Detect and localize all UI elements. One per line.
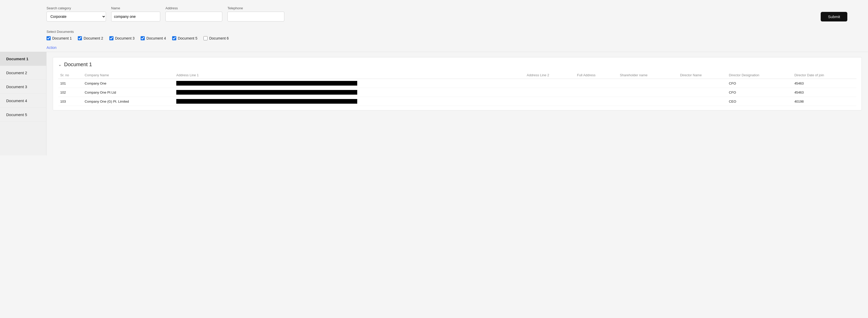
col-address2: Address Line 2 <box>525 72 575 79</box>
doc4-label: Document 4 <box>146 36 166 40</box>
sidebar-item-doc5[interactable]: Document 5 <box>0 108 46 122</box>
name-label: Name <box>111 6 160 10</box>
action-label: Action <box>46 45 57 50</box>
document-section: ⌄ Document 1 Sr. no Company Name Address… <box>53 57 862 110</box>
name-field: Name <box>111 6 160 22</box>
cell-director-name <box>678 97 727 106</box>
address-input[interactable] <box>165 12 222 22</box>
doc6-label: Document 6 <box>209 36 228 40</box>
telephone-input[interactable] <box>227 12 284 22</box>
col-sr-no: Sr. no <box>58 72 83 79</box>
telephone-label: Telephone <box>227 6 284 10</box>
doc4-checkbox-group: Document 4 <box>141 36 166 40</box>
doc5-checkbox[interactable] <box>172 36 176 40</box>
cell-company-name: Company One <box>83 79 175 88</box>
doc1-checkbox[interactable] <box>46 36 51 40</box>
cell-shareholder <box>618 97 678 106</box>
sidebar: Document 1 Document 2 Document 3 Documen… <box>0 52 46 155</box>
doc4-checkbox[interactable] <box>141 36 145 40</box>
col-full-address: Full Address <box>575 72 618 79</box>
col-company-name: Company Name <box>83 72 175 79</box>
cell-full-address <box>575 79 618 88</box>
col-director-name: Director Name <box>678 72 727 79</box>
doc6-checkbox-group: Document 6 <box>204 36 228 40</box>
document-title-row: ⌄ Document 1 <box>58 62 856 67</box>
address-label: Address <box>165 6 222 10</box>
doc6-checkbox[interactable] <box>204 36 208 40</box>
category-field: Search category Corporate Individual Par… <box>46 6 106 22</box>
cell-director-designation: CEO <box>727 97 792 106</box>
cell-director-designation: CFO <box>727 79 792 88</box>
cell-full-address <box>575 97 618 106</box>
cell-address2 <box>525 97 575 106</box>
cell-company-name: Company One (G) Pt. Limited <box>83 97 175 106</box>
doc1-checkbox-group: Document 1 <box>46 36 71 40</box>
content-area: ⌄ Document 1 Sr. no Company Name Address… <box>46 52 868 155</box>
doc3-checkbox-group: Document 3 <box>109 36 134 40</box>
cell-shareholder <box>618 88 678 97</box>
doc2-label: Document 2 <box>84 36 103 40</box>
col-director-doj: Director Date of join <box>792 72 856 79</box>
category-select[interactable]: Corporate Individual Partnership <box>46 12 106 22</box>
doc1-label: Document 1 <box>52 36 71 40</box>
cell-director-name <box>678 79 727 88</box>
sidebar-item-doc2[interactable]: Document 2 <box>0 66 46 80</box>
doc3-label: Document 3 <box>115 36 134 40</box>
redacted-block <box>176 81 357 86</box>
data-table: Sr. no Company Name Address Line 1 Addre… <box>58 72 856 106</box>
documents-label: Select Documents <box>46 30 865 34</box>
cell-director-designation: CFO <box>727 88 792 97</box>
cell-full-address <box>575 88 618 97</box>
action-bar: Action <box>0 42 868 52</box>
name-input[interactable] <box>111 12 160 22</box>
cell-director-doj: 45463 <box>792 79 856 88</box>
cell-director-doj: 40198 <box>792 97 856 106</box>
col-director-designation: Director Designation <box>727 72 792 79</box>
cell-address2 <box>525 79 575 88</box>
doc3-checkbox[interactable] <box>109 36 114 40</box>
doc2-checkbox-group: Document 2 <box>78 36 103 40</box>
col-address1: Address Line 1 <box>174 72 525 79</box>
doc5-checkbox-group: Document 5 <box>172 36 197 40</box>
sidebar-item-doc4[interactable]: Document 4 <box>0 94 46 108</box>
redacted-block <box>176 99 357 104</box>
doc5-label: Document 5 <box>178 36 197 40</box>
cell-address1 <box>174 79 525 88</box>
table-row: 101 Company One CFO 45463 <box>58 79 856 88</box>
cell-address2 <box>525 88 575 97</box>
cell-address1 <box>174 97 525 106</box>
address-field: Address <box>165 6 222 22</box>
chevron-down-icon[interactable]: ⌄ <box>58 62 62 67</box>
documents-section: Select Documents Document 1 Document 2 D… <box>0 26 868 42</box>
cell-company-name: Company One Pt Ltd <box>83 88 175 97</box>
category-label: Search category <box>46 6 106 10</box>
table-row: 103 Company One (G) Pt. Limited CEO 4019… <box>58 97 856 106</box>
cell-director-doj: 45463 <box>792 88 856 97</box>
redacted-block <box>176 90 357 95</box>
doc2-checkbox[interactable] <box>78 36 82 40</box>
cell-shareholder <box>618 79 678 88</box>
sidebar-item-doc1[interactable]: Document 1 <box>0 52 46 66</box>
submit-button[interactable]: Submit <box>821 12 847 22</box>
table-row: 102 Company One Pt Ltd CFO 45463 <box>58 88 856 97</box>
cell-sr-no: 103 <box>58 97 83 106</box>
sidebar-item-doc3[interactable]: Document 3 <box>0 80 46 94</box>
cell-sr-no: 102 <box>58 88 83 97</box>
col-shareholder: Shareholder name <box>618 72 678 79</box>
cell-address1 <box>174 88 525 97</box>
cell-director-name <box>678 88 727 97</box>
telephone-field: Telephone <box>227 6 284 22</box>
cell-sr-no: 101 <box>58 79 83 88</box>
document-section-title: Document 1 <box>64 62 92 67</box>
